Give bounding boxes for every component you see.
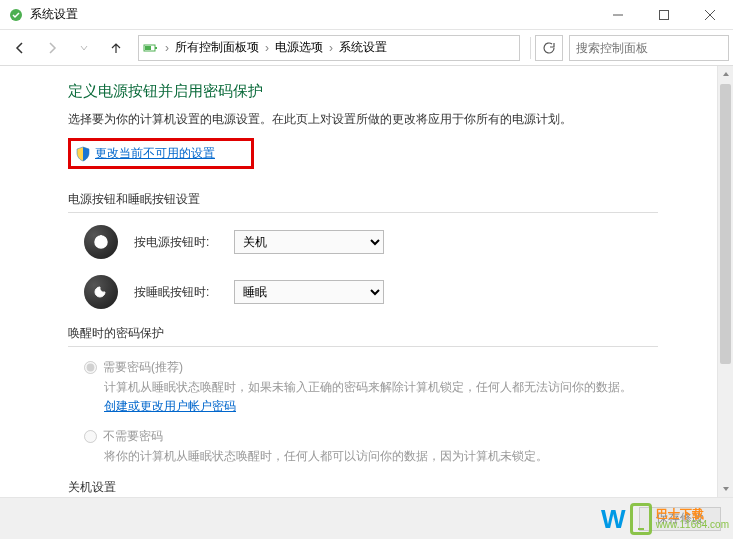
section-heading-buttons: 电源按钮和睡眠按钮设置	[68, 191, 658, 213]
breadcrumb-item[interactable]: 系统设置	[335, 39, 391, 56]
chevron-right-icon: ›	[163, 41, 171, 55]
titlebar: 系统设置	[0, 0, 733, 30]
refresh-button[interactable]	[535, 35, 563, 61]
nav-forward-button[interactable]	[36, 34, 68, 62]
scroll-up-button[interactable]	[718, 66, 733, 82]
content-area: 定义电源按钮并启用密码保护 选择要为你的计算机设置的电源设置。在此页上对设置所做…	[0, 66, 733, 497]
scroll-down-button[interactable]	[718, 481, 733, 497]
close-button[interactable]	[687, 0, 733, 30]
sleep-button-select[interactable]: 睡眠	[234, 280, 384, 304]
section-heading-shutdown: 关机设置	[68, 479, 658, 497]
svg-rect-2	[660, 10, 669, 19]
no-password-desc: 将你的计算机从睡眠状态唤醒时，任何人都可以访问你的数据，因为计算机未锁定。	[104, 447, 644, 466]
breadcrumb[interactable]: › 所有控制面板项 › 电源选项 › 系统设置	[138, 35, 520, 61]
save-button[interactable]: 保存修改	[639, 507, 721, 531]
app-icon	[8, 7, 24, 23]
nav-up-button[interactable]	[100, 34, 132, 62]
minimize-button[interactable]	[595, 0, 641, 30]
no-password-radio[interactable]	[84, 430, 97, 443]
sleep-button-row: 按睡眠按钮时: 睡眠	[84, 275, 658, 309]
nav-dropdown-button[interactable]	[68, 34, 100, 62]
change-settings-link[interactable]: 更改当前不可用的设置	[95, 145, 215, 162]
maximize-button[interactable]	[641, 0, 687, 30]
search-box[interactable]	[569, 35, 729, 61]
battery-icon	[143, 40, 159, 56]
nav-back-button[interactable]	[4, 34, 36, 62]
search-input[interactable]	[576, 41, 722, 55]
scrollbar[interactable]	[717, 66, 733, 497]
highlight-box: 更改当前不可用的设置	[68, 138, 254, 169]
sleep-button-label: 按睡眠按钮时:	[134, 284, 234, 301]
page-heading: 定义电源按钮并启用密码保护	[68, 82, 658, 101]
shield-icon	[75, 146, 91, 162]
svg-rect-6	[155, 47, 157, 49]
window-title: 系统设置	[30, 6, 595, 23]
footer: 保存修改	[0, 497, 733, 539]
power-icon	[84, 225, 118, 259]
sleep-icon	[84, 275, 118, 309]
require-password-radio[interactable]	[84, 361, 97, 374]
section-heading-wake: 唤醒时的密码保护	[68, 325, 658, 347]
power-button-select[interactable]: 关机	[234, 230, 384, 254]
navbar: › 所有控制面板项 › 电源选项 › 系统设置	[0, 30, 733, 66]
require-password-label: 需要密码(推荐)	[103, 359, 183, 376]
require-password-desc: 计算机从睡眠状态唤醒时，如果未输入正确的密码来解除计算机锁定，任何人都无法访问你…	[104, 378, 644, 416]
page-subtitle: 选择要为你的计算机设置的电源设置。在此页上对设置所做的更改将应用于你所有的电源计…	[68, 111, 658, 128]
no-password-label: 不需要密码	[103, 428, 163, 445]
scrollbar-thumb[interactable]	[720, 84, 731, 364]
power-button-label: 按电源按钮时:	[134, 234, 234, 251]
create-password-link[interactable]: 创建或更改用户帐户密码	[104, 399, 236, 413]
power-button-row: 按电源按钮时: 关机	[84, 225, 658, 259]
breadcrumb-item[interactable]: 电源选项	[271, 39, 327, 56]
svg-rect-7	[145, 46, 151, 50]
breadcrumb-item[interactable]: 所有控制面板项	[171, 39, 263, 56]
chevron-right-icon: ›	[263, 41, 271, 55]
chevron-right-icon: ›	[327, 41, 335, 55]
